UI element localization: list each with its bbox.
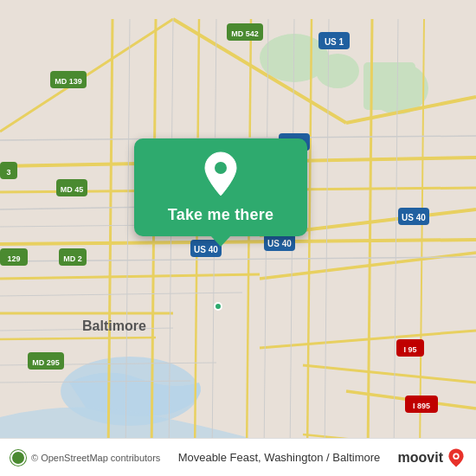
svg-point-2 (316, 54, 359, 88)
svg-text:US 1: US 1 (325, 37, 344, 47)
svg-text:MD 139: MD 139 (55, 77, 82, 86)
svg-text:3: 3 (6, 168, 10, 177)
svg-text:MD 45: MD 45 (61, 185, 84, 194)
svg-text:Baltimore: Baltimore (82, 318, 146, 333)
svg-text:US 40: US 40 (267, 239, 292, 248)
svg-text:MD 295: MD 295 (32, 358, 60, 367)
svg-text:I 895: I 895 (413, 402, 430, 410)
bottom-title: Moveable Feast, Washington / Baltimore (178, 451, 381, 464)
attribution-text: © OpenStreetMap contributors (31, 453, 160, 463)
bottom-bar: © OpenStreetMap contributors Moveable Fe… (0, 438, 476, 476)
svg-text:MD 2: MD 2 (63, 254, 82, 263)
location-icon-wrapper (202, 151, 240, 201)
location-pin-icon (202, 151, 240, 197)
osm-logo (10, 450, 26, 466)
moovit-text: moovit (398, 450, 443, 466)
map-container: US 1 MD 542 MD 139 MD 45 MD 2 US 40 US 4… (0, 0, 476, 476)
svg-text:MD 542: MD 542 (231, 29, 259, 38)
moovit-icon (447, 448, 466, 467)
svg-point-74 (454, 454, 458, 458)
take-me-there-button[interactable]: Take me there (168, 206, 273, 224)
svg-point-72 (215, 162, 227, 174)
map-background: US 1 MD 542 MD 139 MD 45 MD 2 US 40 US 4… (0, 0, 476, 476)
svg-text:129: 129 (7, 254, 20, 263)
svg-text:I 95: I 95 (403, 345, 416, 354)
map-pin-dot (214, 302, 222, 311)
svg-text:US 40: US 40 (402, 213, 426, 222)
popup-card: Take me there (134, 138, 307, 236)
moovit-logo: moovit (398, 448, 466, 467)
